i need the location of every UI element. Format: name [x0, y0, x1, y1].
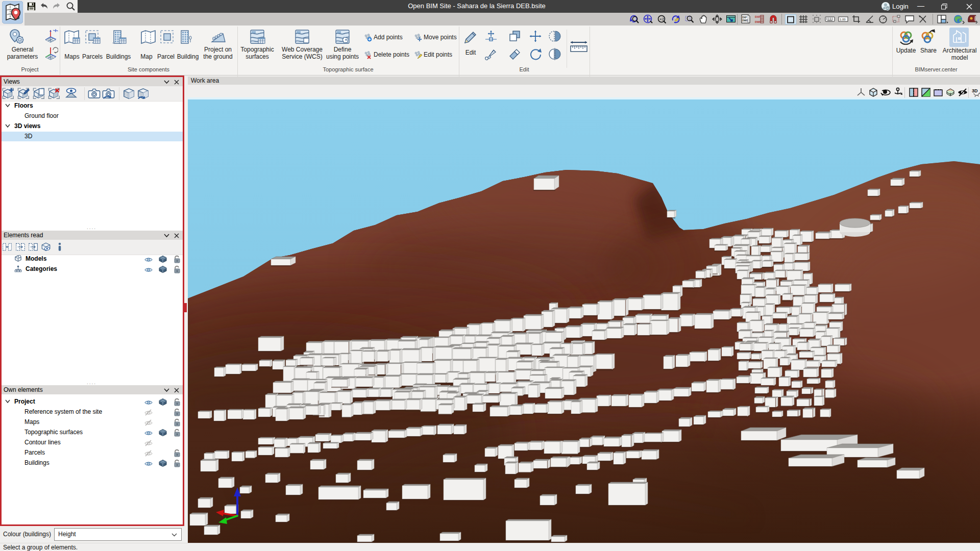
svg-text:3D: 3D: [972, 88, 978, 93]
svg-text:DXF: DXF: [742, 16, 747, 19]
svg-text:1.00: 1.00: [840, 18, 846, 21]
svg-text:DXF: DXF: [755, 15, 761, 18]
svg-text:×2: ×2: [659, 17, 665, 21]
svg-text:DWG: DWG: [742, 19, 748, 22]
